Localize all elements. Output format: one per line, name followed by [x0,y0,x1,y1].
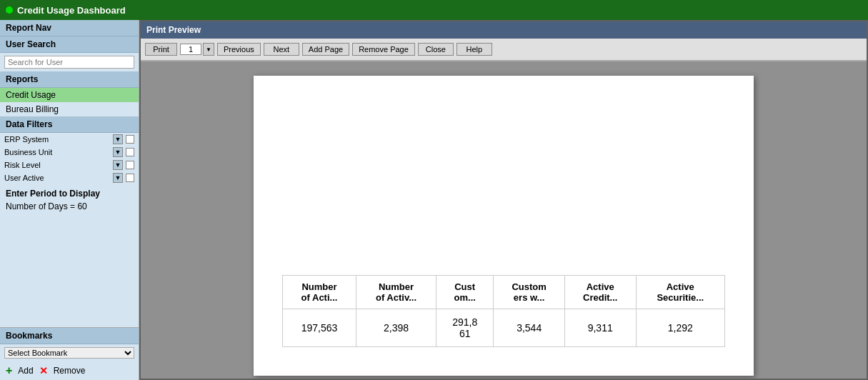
previous-button[interactable]: Previous [217,43,261,56]
cell-3: 291,861 [436,309,493,347]
user-search-box [0,53,139,71]
bookmark-select[interactable]: Select Bookmark [4,347,134,359]
bookmark-add-icon[interactable]: + [6,364,12,377]
bookmark-remove-label[interactable]: Remove [54,366,86,376]
filter-dropdown-risk-level[interactable]: ▼ [113,160,123,170]
period-number: 60 [77,201,86,211]
col-header-5: ActiveCredit... [564,276,636,309]
cell-1: 197,563 [283,309,356,347]
report-nav-header: Report Nav [0,20,139,36]
col-header-3: Custom... [436,276,493,309]
page-selector: ▼ [180,43,214,56]
filter-row-business-unit: Business Unit ▼ [0,146,139,159]
filter-label-risk-level: Risk Level [4,161,110,169]
filter-label-business-unit: Business Unit [4,148,110,156]
bookmark-add-label[interactable]: Add [18,366,33,376]
print-preview-window: Print Preview Print ▼ Previous Next Add … [139,20,868,380]
print-preview-titlebar: Print Preview [141,21,867,39]
table-header-row: Numberof Acti... Numberof Activ... Custo… [283,276,725,309]
search-input[interactable] [4,56,134,69]
col-header-2: Numberof Activ... [356,276,437,309]
filter-checkbox-risk-level[interactable] [126,161,134,169]
table-row: 197,563 2,398 291,861 3,544 9,311 1,292 [283,309,725,347]
user-search-header: User Search [0,36,139,53]
period-separator: = [70,201,77,211]
bookmarks-header: Bookmarks [0,328,139,344]
bookmark-actions: + Add ✕ Remove [0,361,139,380]
data-table: Numberof Acti... Numberof Activ... Custo… [282,275,725,347]
print-page: Numberof Acti... Numberof Activ... Custo… [254,76,754,376]
bookmarks-section: Bookmarks Select Bookmark + Add ✕ Remove [0,327,139,380]
period-value: Number of Days = 60 [6,201,133,211]
filter-row-erp: ERP System ▼ [0,133,139,146]
next-button[interactable]: Next [264,43,299,56]
filter-dropdown-business-unit[interactable]: ▼ [113,147,123,157]
cell-6: 1,292 [636,309,725,347]
data-filters-header: Data Filters [0,116,139,133]
reports-header: Reports [0,71,139,88]
content-area: ◄◄ Key Data Counts Number of Active... N… [139,20,868,380]
print-button[interactable]: Print [145,43,177,56]
filter-checkbox-business-unit[interactable] [126,148,134,156]
col-header-1: Numberof Acti... [283,276,356,309]
page-spacer [275,104,732,275]
close-button[interactable]: Close [418,43,454,56]
period-label: Number of Days [6,201,68,211]
filter-dropdown-user-active[interactable]: ▼ [113,173,123,183]
app-title: Credit Usage Dashboard [17,5,126,16]
filter-label-user-active: User Active [4,174,110,182]
col-header-6: ActiveSecuritie... [636,276,725,309]
print-preview-toolbar: Print ▼ Previous Next Add Page Remove Pa… [141,39,867,61]
title-bar: Credit Usage Dashboard [0,0,868,20]
filter-dropdown-erp[interactable]: ▼ [113,134,123,144]
print-preview-content: Numberof Acti... Numberof Activ... Custo… [141,61,867,379]
filter-label-erp: ERP System [4,135,110,144]
cell-5: 9,311 [564,309,636,347]
help-button[interactable]: Help [457,43,492,56]
filter-checkbox-user-active[interactable] [126,174,134,182]
sidebar: Report Nav User Search Reports Credit Us… [0,20,139,380]
status-dot [6,6,13,14]
col-header-4: Customers w... [494,276,565,309]
period-section-header: Enter Period to Display [6,189,133,199]
main-layout: Report Nav User Search Reports Credit Us… [0,20,868,380]
report-item-credit-usage[interactable]: Credit Usage [0,88,139,102]
filter-checkbox-erp[interactable] [126,135,134,144]
bookmark-remove-icon[interactable]: ✕ [39,365,48,376]
period-section: Enter Period to Display Number of Days =… [0,184,139,216]
print-preview-title: Print Preview [146,25,201,35]
cell-4: 3,544 [494,309,565,347]
filters-section: ERP System ▼ Business Unit ▼ Risk Level … [0,133,139,184]
report-item-bureau-billing[interactable]: Bureau Billing [0,102,139,116]
reports-section: Credit Usage Bureau Billing [0,88,139,116]
cell-2: 2,398 [356,309,437,347]
filter-row-risk-level: Risk Level ▼ [0,159,139,171]
add-page-button[interactable]: Add Page [302,43,349,56]
filter-row-user-active: User Active ▼ [0,171,139,184]
page-dropdown-button[interactable]: ▼ [203,43,214,56]
remove-page-button[interactable]: Remove Page [352,43,415,56]
page-input[interactable] [180,44,201,55]
